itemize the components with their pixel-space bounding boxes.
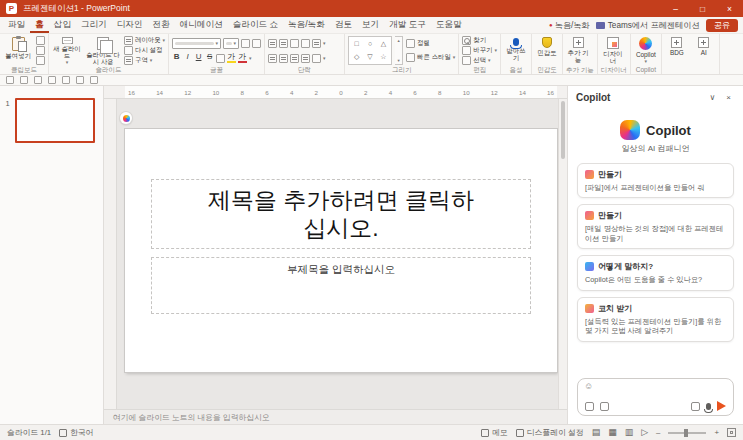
pane-close-icon[interactable]: × xyxy=(722,93,735,102)
ai-addin-button[interactable]: AI xyxy=(692,36,716,65)
indent-decrease-icon[interactable] xyxy=(290,39,299,48)
horizontal-ruler[interactable]: 16 14 12 10 8 6 4 2 0 2 4 6 8 10 12 14 1 xyxy=(104,86,567,99)
layout-button[interactable]: 레이아웃 ▾ xyxy=(124,36,165,45)
line-spacing-dropdown-icon[interactable]: ▾ xyxy=(323,41,326,46)
tab-view[interactable]: 보기 xyxy=(357,17,384,33)
notes-pane[interactable]: 여기에 슬라이드 노트의 내용을 입력하십시오 xyxy=(104,409,567,424)
copilot-slide-button[interactable] xyxy=(120,112,132,124)
display-settings-button[interactable]: 디스플레이 설정 xyxy=(516,427,584,438)
font-size-select[interactable]: ▾ xyxy=(223,38,239,49)
addins-button[interactable]: 추가 기능 xyxy=(566,36,590,65)
vertical-scrollbar[interactable] xyxy=(558,99,567,409)
copilot-input[interactable]: ☺ xyxy=(577,378,734,416)
subtitle-placeholder[interactable]: 부제목을 입력하십시오 xyxy=(151,257,531,314)
dictate-button[interactable]: 받아쓰기 xyxy=(504,36,528,65)
scrollbar-thumb[interactable] xyxy=(561,101,565,159)
diamond-shape-icon[interactable]: ◇ xyxy=(351,53,362,61)
normal-view-icon[interactable]: ▤ xyxy=(592,428,601,437)
designer-button[interactable]: 디자이너 xyxy=(601,36,625,65)
tab-draw[interactable]: 그리기 xyxy=(76,17,112,33)
reset-button[interactable]: 다시 설정 xyxy=(124,46,165,55)
format-painter-icon[interactable] xyxy=(36,56,45,65)
emoji-icon[interactable]: ☺ xyxy=(584,382,593,391)
align-center-icon[interactable] xyxy=(279,54,288,63)
prompt-library-icon[interactable] xyxy=(585,402,594,411)
save-icon[interactable] xyxy=(6,76,14,84)
redo-icon[interactable] xyxy=(34,76,42,84)
tab-design[interactable]: 디자인 xyxy=(112,17,148,33)
fit-slide-to-window-icon[interactable] xyxy=(727,428,736,437)
tab-developer[interactable]: 개발 도구 xyxy=(384,17,431,33)
tab-file[interactable]: 파일 xyxy=(3,17,30,33)
bdg-addin-button[interactable]: BDG xyxy=(665,36,689,65)
slideshow-view-icon[interactable]: ▷ xyxy=(641,428,648,437)
maximize-button[interactable]: □ xyxy=(689,0,716,17)
tab-help[interactable]: 도움말 xyxy=(431,17,467,33)
slide-workspace[interactable]: 제목을 추가하려면 클릭하십시오. 부제목을 입력하십시오 xyxy=(117,99,558,409)
paste-button[interactable]: 붙여넣기 xyxy=(3,36,33,65)
zoom-in-icon[interactable]: + xyxy=(714,428,719,437)
record-button[interactable]: 녹음/녹화 xyxy=(555,20,590,31)
font-name-select[interactable]: ▾ xyxy=(172,38,221,49)
share-button[interactable]: 공유 xyxy=(706,19,738,32)
section-button[interactable]: 구역 ▾ xyxy=(124,56,165,65)
underline-icon[interactable]: U xyxy=(194,53,203,64)
font-color-icon[interactable]: 가 xyxy=(238,53,247,63)
triangle-shape-icon[interactable]: △ xyxy=(378,40,389,48)
new-slide-button[interactable]: 새 슬라이드 ▾ xyxy=(52,36,82,65)
copilot-card-create-from-file[interactable]: 만들기 [파일]에서 프레젠테이션을 만들어 줘 xyxy=(577,163,734,198)
tab-home[interactable]: 홈 xyxy=(30,17,49,33)
tab-animations[interactable]: 애니메이션 xyxy=(175,17,228,33)
present-in-teams-button[interactable]: Teams에서 프레젠테이션 xyxy=(608,20,700,31)
ellipse-shape-icon[interactable]: ○ xyxy=(365,40,376,48)
bullets-icon[interactable] xyxy=(268,39,277,48)
reading-view-icon[interactable]: ▥ xyxy=(625,428,634,437)
attach-icon[interactable] xyxy=(691,402,700,411)
copilot-ribbon-button[interactable]: Copilot ▾ xyxy=(634,36,658,65)
send-icon[interactable] xyxy=(717,401,726,411)
align-right-icon[interactable] xyxy=(290,54,299,63)
copy-icon[interactable] xyxy=(36,46,45,55)
zoom-slider[interactable] xyxy=(668,432,706,434)
highlight-color-icon[interactable]: 가 xyxy=(227,53,236,63)
align-left-icon[interactable] xyxy=(268,54,277,63)
italic-icon[interactable]: I xyxy=(183,53,192,64)
mic-icon[interactable] xyxy=(706,403,711,410)
tab-review[interactable]: 검토 xyxy=(330,17,357,33)
pane-collapse-icon[interactable]: ∨ xyxy=(706,93,719,102)
title-placeholder[interactable]: 제목을 추가하려면 클릭하십시오. xyxy=(151,179,531,249)
down-triangle-shape-icon[interactable]: ▽ xyxy=(365,53,376,61)
numbering-icon[interactable] xyxy=(279,39,288,48)
language-button[interactable]: 한국어 xyxy=(59,427,93,438)
gallery-scroll-down-icon[interactable]: ▾ xyxy=(397,58,399,63)
reuse-slides-button[interactable]: 슬라이드 다시 사용 xyxy=(85,36,121,65)
slide-thumbnail[interactable] xyxy=(15,98,95,143)
zoom-slider-thumb[interactable] xyxy=(684,429,688,437)
tab-transitions[interactable]: 전환 xyxy=(148,17,175,33)
cut-icon[interactable] xyxy=(36,36,45,45)
tab-insert[interactable]: 삽입 xyxy=(49,17,76,33)
star-shape-icon[interactable]: ☆ xyxy=(378,53,389,61)
rectangle-shape-icon[interactable]: □ xyxy=(351,40,362,48)
close-button[interactable]: × xyxy=(716,0,743,17)
copilot-card-create-topic[interactable]: 만들기 [매일 명상하는 것의 장점]에 대한 프레젠테이션 만들기 xyxy=(577,204,734,249)
customize-qat-icon[interactable] xyxy=(90,76,98,84)
arrange-button[interactable]: 정렬 xyxy=(406,39,455,48)
tab-recording[interactable]: 녹음/녹화 xyxy=(283,17,330,33)
select-button[interactable]: 선택 ▾ xyxy=(462,56,497,65)
start-slideshow-icon[interactable] xyxy=(62,76,70,84)
undo-icon[interactable] xyxy=(20,76,28,84)
shapes-gallery[interactable]: □ ○ △ ◇ ▽ ☆ xyxy=(348,36,392,65)
text-direction-dropdown-icon[interactable]: ▾ xyxy=(323,56,326,61)
copilot-card-coaching[interactable]: 코치 받기 [설득력 있는 프레젠테이션 만들기]를 위한 몇 가지 모범 사례… xyxy=(577,297,734,342)
tab-slideshow[interactable]: 슬라이드 쇼 xyxy=(228,17,283,33)
indent-increase-icon[interactable] xyxy=(301,39,310,48)
spelling-icon[interactable] xyxy=(76,76,84,84)
find-button[interactable]: 찾기 xyxy=(462,36,497,45)
strikethrough-icon[interactable]: S xyxy=(205,53,214,64)
justify-icon[interactable] xyxy=(301,54,310,63)
replace-button[interactable]: 바꾸기 ▾ xyxy=(462,46,497,55)
slide-sorter-view-icon[interactable]: ▦ xyxy=(608,428,617,437)
slide[interactable]: 제목을 추가하려면 클릭하십시오. 부제목을 입력하십시오 xyxy=(125,129,557,372)
increase-font-size-icon[interactable] xyxy=(241,39,250,48)
